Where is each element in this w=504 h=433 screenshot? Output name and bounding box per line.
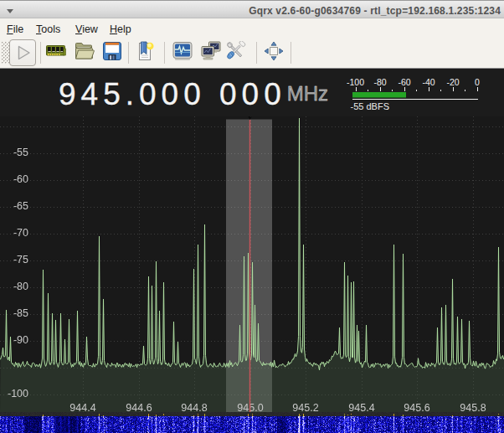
svg-text:-60: -60 [398, 77, 410, 87]
svg-text:0: 0 [475, 77, 480, 87]
svg-text:-80: -80 [373, 77, 386, 87]
svg-text:-40: -40 [422, 77, 435, 87]
svg-text:-55 dBFS: -55 dBFS [351, 101, 389, 111]
svg-text:-20: -20 [446, 77, 459, 87]
svg-text:-100: -100 [347, 77, 364, 87]
